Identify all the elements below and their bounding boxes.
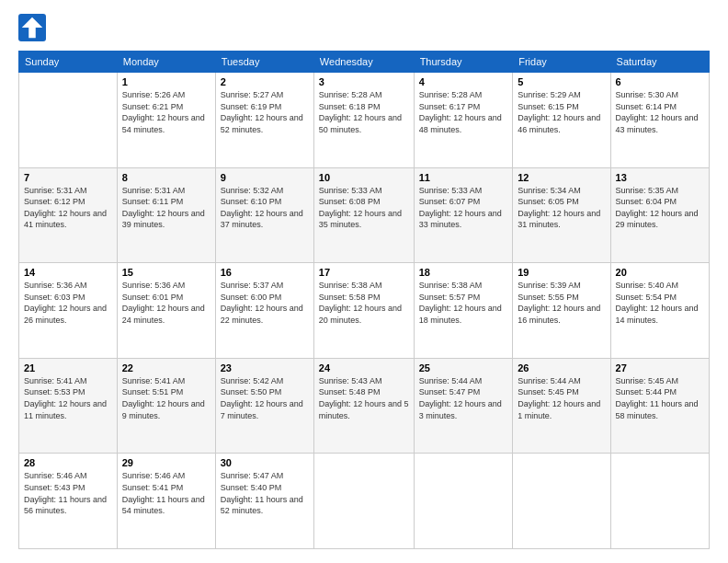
calendar-cell: 6Sunrise: 5:30 AM Sunset: 6:14 PM Daylig… bbox=[610, 73, 709, 168]
day-number: 17 bbox=[319, 267, 409, 278]
day-info: Sunrise: 5:34 AM Sunset: 6:05 PM Dayligh… bbox=[518, 185, 605, 231]
day-number: 8 bbox=[122, 172, 210, 183]
day-info: Sunrise: 5:44 AM Sunset: 5:47 PM Dayligh… bbox=[419, 375, 508, 421]
calendar-cell: 12Sunrise: 5:34 AM Sunset: 6:05 PM Dayli… bbox=[513, 167, 610, 263]
day-info: Sunrise: 5:31 AM Sunset: 6:11 PM Dayligh… bbox=[122, 185, 210, 231]
logo-icon bbox=[18, 14, 46, 41]
calendar-cell: 17Sunrise: 5:38 AM Sunset: 5:58 PM Dayli… bbox=[313, 263, 414, 359]
calendar-cell: 11Sunrise: 5:33 AM Sunset: 6:07 PM Dayli… bbox=[414, 167, 513, 263]
calendar-cell: 7Sunrise: 5:31 AM Sunset: 6:12 PM Daylig… bbox=[19, 167, 118, 263]
calendar-cell: 27Sunrise: 5:45 AM Sunset: 5:44 PM Dayli… bbox=[610, 358, 709, 454]
calendar-cell: 18Sunrise: 5:38 AM Sunset: 5:57 PM Dayli… bbox=[414, 263, 513, 359]
day-info: Sunrise: 5:35 AM Sunset: 6:04 PM Dayligh… bbox=[616, 185, 704, 231]
calendar-cell bbox=[610, 454, 709, 549]
day-number: 25 bbox=[419, 362, 508, 373]
calendar-cell: 10Sunrise: 5:33 AM Sunset: 6:08 PM Dayli… bbox=[313, 167, 414, 263]
day-info: Sunrise: 5:42 AM Sunset: 5:50 PM Dayligh… bbox=[221, 375, 309, 421]
day-info: Sunrise: 5:41 AM Sunset: 5:51 PM Dayligh… bbox=[122, 375, 210, 421]
day-number: 12 bbox=[518, 172, 605, 183]
day-number: 26 bbox=[518, 362, 605, 373]
calendar-cell: 28Sunrise: 5:46 AM Sunset: 5:43 PM Dayli… bbox=[19, 454, 118, 549]
day-number: 4 bbox=[419, 76, 508, 87]
day-number: 30 bbox=[221, 457, 309, 468]
calendar-week-row: 7Sunrise: 5:31 AM Sunset: 6:12 PM Daylig… bbox=[19, 167, 710, 263]
day-info: Sunrise: 5:33 AM Sunset: 6:07 PM Dayligh… bbox=[419, 185, 508, 231]
calendar-cell: 2Sunrise: 5:27 AM Sunset: 6:19 PM Daylig… bbox=[215, 73, 313, 168]
calendar-cell: 9Sunrise: 5:32 AM Sunset: 6:10 PM Daylig… bbox=[215, 167, 313, 263]
day-number: 7 bbox=[24, 172, 112, 183]
day-number: 29 bbox=[122, 457, 210, 468]
day-info: Sunrise: 5:33 AM Sunset: 6:08 PM Dayligh… bbox=[319, 185, 409, 231]
calendar-cell: 29Sunrise: 5:46 AM Sunset: 5:41 PM Dayli… bbox=[117, 454, 215, 549]
calendar-cell: 30Sunrise: 5:47 AM Sunset: 5:40 PM Dayli… bbox=[215, 454, 313, 549]
header bbox=[18, 14, 710, 41]
day-number: 13 bbox=[616, 172, 704, 183]
day-number: 24 bbox=[319, 362, 409, 373]
day-number: 11 bbox=[419, 172, 508, 183]
page: SundayMondayTuesdayWednesdayThursdayFrid… bbox=[0, 0, 728, 563]
calendar-cell: 3Sunrise: 5:28 AM Sunset: 6:18 PM Daylig… bbox=[313, 73, 414, 168]
day-info: Sunrise: 5:37 AM Sunset: 6:00 PM Dayligh… bbox=[221, 280, 309, 326]
day-number: 6 bbox=[616, 76, 704, 87]
day-number: 16 bbox=[221, 267, 309, 278]
calendar-week-row: 21Sunrise: 5:41 AM Sunset: 5:53 PM Dayli… bbox=[19, 358, 710, 454]
day-number: 27 bbox=[616, 362, 704, 373]
day-info: Sunrise: 5:28 AM Sunset: 6:18 PM Dayligh… bbox=[319, 89, 409, 135]
day-number: 15 bbox=[122, 267, 210, 278]
calendar-cell: 14Sunrise: 5:36 AM Sunset: 6:03 PM Dayli… bbox=[19, 263, 118, 359]
day-info: Sunrise: 5:31 AM Sunset: 6:12 PM Dayligh… bbox=[24, 185, 112, 231]
calendar-cell: 13Sunrise: 5:35 AM Sunset: 6:04 PM Dayli… bbox=[610, 167, 709, 263]
day-number: 21 bbox=[24, 362, 112, 373]
day-info: Sunrise: 5:45 AM Sunset: 5:44 PM Dayligh… bbox=[616, 375, 704, 421]
weekday-header: Sunday bbox=[19, 52, 118, 73]
logo bbox=[18, 14, 50, 41]
calendar-cell: 23Sunrise: 5:42 AM Sunset: 5:50 PM Dayli… bbox=[215, 358, 313, 454]
calendar-cell bbox=[414, 454, 513, 549]
calendar-cell: 22Sunrise: 5:41 AM Sunset: 5:51 PM Dayli… bbox=[117, 358, 215, 454]
calendar-cell bbox=[513, 454, 610, 549]
day-number: 20 bbox=[616, 267, 704, 278]
weekday-header: Tuesday bbox=[215, 52, 313, 73]
day-info: Sunrise: 5:28 AM Sunset: 6:17 PM Dayligh… bbox=[419, 89, 508, 135]
calendar-week-row: 1Sunrise: 5:26 AM Sunset: 6:21 PM Daylig… bbox=[19, 73, 710, 168]
day-info: Sunrise: 5:26 AM Sunset: 6:21 PM Dayligh… bbox=[122, 89, 210, 135]
calendar-week-row: 14Sunrise: 5:36 AM Sunset: 6:03 PM Dayli… bbox=[19, 263, 710, 359]
calendar-cell: 21Sunrise: 5:41 AM Sunset: 5:53 PM Dayli… bbox=[19, 358, 118, 454]
day-info: Sunrise: 5:47 AM Sunset: 5:40 PM Dayligh… bbox=[221, 470, 309, 516]
day-number: 23 bbox=[221, 362, 309, 373]
weekday-header: Thursday bbox=[414, 52, 513, 73]
day-number: 3 bbox=[319, 76, 409, 87]
day-info: Sunrise: 5:38 AM Sunset: 5:58 PM Dayligh… bbox=[319, 280, 409, 326]
weekday-header: Friday bbox=[513, 52, 610, 73]
weekday-header: Wednesday bbox=[313, 52, 414, 73]
calendar-cell bbox=[313, 454, 414, 549]
day-info: Sunrise: 5:39 AM Sunset: 5:55 PM Dayligh… bbox=[518, 280, 605, 326]
calendar-header-row: SundayMondayTuesdayWednesdayThursdayFrid… bbox=[19, 52, 710, 73]
calendar-cell: 26Sunrise: 5:44 AM Sunset: 5:45 PM Dayli… bbox=[513, 358, 610, 454]
day-info: Sunrise: 5:29 AM Sunset: 6:15 PM Dayligh… bbox=[518, 89, 605, 135]
day-number: 10 bbox=[319, 172, 409, 183]
calendar-cell bbox=[19, 73, 118, 168]
day-info: Sunrise: 5:32 AM Sunset: 6:10 PM Dayligh… bbox=[221, 185, 309, 231]
day-number: 22 bbox=[122, 362, 210, 373]
day-number: 18 bbox=[419, 267, 508, 278]
weekday-header: Monday bbox=[117, 52, 215, 73]
calendar-cell: 4Sunrise: 5:28 AM Sunset: 6:17 PM Daylig… bbox=[414, 73, 513, 168]
day-number: 28 bbox=[24, 457, 112, 468]
day-info: Sunrise: 5:46 AM Sunset: 5:41 PM Dayligh… bbox=[122, 470, 210, 516]
calendar-cell: 24Sunrise: 5:43 AM Sunset: 5:48 PM Dayli… bbox=[313, 358, 414, 454]
day-info: Sunrise: 5:27 AM Sunset: 6:19 PM Dayligh… bbox=[221, 89, 309, 135]
calendar-cell: 20Sunrise: 5:40 AM Sunset: 5:54 PM Dayli… bbox=[610, 263, 709, 359]
calendar-cell: 16Sunrise: 5:37 AM Sunset: 6:00 PM Dayli… bbox=[215, 263, 313, 359]
calendar-table: SundayMondayTuesdayWednesdayThursdayFrid… bbox=[18, 51, 710, 549]
weekday-header: Saturday bbox=[610, 52, 709, 73]
calendar-cell: 19Sunrise: 5:39 AM Sunset: 5:55 PM Dayli… bbox=[513, 263, 610, 359]
day-info: Sunrise: 5:46 AM Sunset: 5:43 PM Dayligh… bbox=[24, 470, 112, 516]
day-info: Sunrise: 5:41 AM Sunset: 5:53 PM Dayligh… bbox=[24, 375, 112, 421]
day-info: Sunrise: 5:44 AM Sunset: 5:45 PM Dayligh… bbox=[518, 375, 605, 421]
day-info: Sunrise: 5:43 AM Sunset: 5:48 PM Dayligh… bbox=[319, 375, 409, 421]
day-info: Sunrise: 5:36 AM Sunset: 6:01 PM Dayligh… bbox=[122, 280, 210, 326]
day-number: 19 bbox=[518, 267, 605, 278]
day-number: 1 bbox=[122, 76, 210, 87]
day-number: 9 bbox=[221, 172, 309, 183]
